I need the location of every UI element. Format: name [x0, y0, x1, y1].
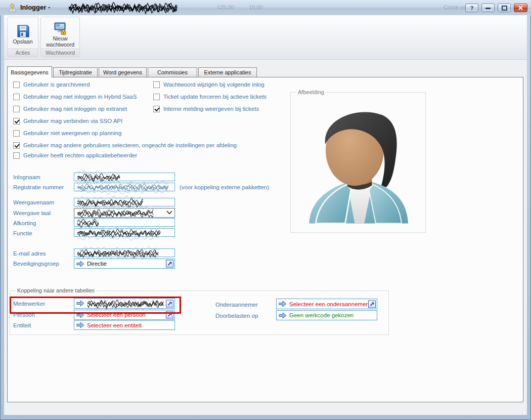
inlognaam-input[interactable] — [74, 173, 175, 181]
lookup-arrow-icon — [279, 312, 287, 319]
registratie-hint: (voor koppeling externe pakketten) — [180, 184, 269, 190]
onderaannemer-field[interactable]: Selecteer een onderaannemer — [276, 299, 377, 309]
checkbox-applicatiebeheerder[interactable] — [13, 152, 20, 159]
new-password-icon — [53, 21, 67, 35]
user-avatar-image — [301, 100, 416, 227]
weergavenaam-label: Weergavenaam — [13, 199, 54, 205]
tab-externe-applicaties[interactable]: Externe applicaties — [198, 67, 257, 77]
open-record-icon — [369, 301, 375, 307]
afkorting-input[interactable] — [74, 218, 175, 227]
help-button[interactable]: ? — [465, 4, 478, 12]
checkbox-label: Gebruiker is gearchiveerd — [23, 81, 90, 88]
checkbox-niet-weergeven-planning[interactable] — [13, 130, 20, 137]
chevron-down-icon — [166, 211, 172, 215]
afbeelding-groupbox: Afbeelding — [290, 92, 426, 233]
lookup-arrow-icon — [76, 322, 84, 328]
checkbox-gearchiveerd[interactable] — [13, 81, 20, 88]
toolbar-group-label: Acties — [8, 49, 38, 57]
checkbox-label: Wachtwoord wijzigen bij volgende inlog — [163, 81, 264, 88]
onderaannemer-label: Onderaannemer — [215, 302, 258, 308]
opslaan-button[interactable]: Opslaan — [8, 19, 38, 49]
close-button[interactable] — [514, 4, 527, 12]
functie-label: Functie — [13, 230, 32, 236]
registratie-nummer-label: Registratie nummer — [13, 184, 64, 190]
registratie-nummer-input[interactable] — [74, 183, 175, 191]
checkbox-interne-melding[interactable] — [153, 106, 160, 112]
open-onderaannemer-button[interactable] — [368, 300, 376, 308]
afkorting-label: Afkorting — [13, 220, 36, 226]
toolbar-group-label: Wachtwoord — [41, 49, 79, 57]
window-title: Inlogger - — [20, 4, 50, 11]
lookup-arrow-icon — [76, 300, 84, 307]
ribbon-toolbar: Opslaan Acties Nieuw wa — [4, 15, 527, 60]
restore-icon — [502, 6, 507, 11]
minimize-icon — [485, 6, 491, 10]
beveiligingsgroep-field[interactable]: Directie — [74, 259, 175, 269]
checkbox-label: Gebruiker mag andere gebruikers selecter… — [23, 142, 237, 148]
checkbox-niet-inloggen-hybrid[interactable] — [13, 94, 20, 100]
background-ghost-text: 125,00 — [217, 4, 234, 10]
inlogger-window: Inlogger - Programmeur 125,00 15,00 Corn… — [0, 0, 531, 420]
tab-tijdregistratie[interactable]: Tijdregistratie — [53, 67, 98, 77]
beveiligingsgroep-label: Beveiligingsgroep — [13, 261, 59, 267]
titlebar[interactable]: Inlogger - Programmeur 125,00 15,00 Corn… — [0, 0, 531, 15]
doorbelasten-field[interactable]: Geen werkcode gekozen — [276, 310, 377, 320]
toolbar-group-wachtwoord: Nieuw wachtwoord Wachtwoord — [40, 17, 80, 57]
save-floppy-icon — [16, 24, 30, 38]
toolbar-group-acties: Opslaan Acties — [7, 17, 38, 57]
minimize-button[interactable] — [481, 4, 495, 12]
lookup-arrow-icon — [76, 312, 84, 318]
open-beveiligingsgroep-button[interactable] — [166, 260, 173, 268]
background-ghost-text: Programmeur — [144, 4, 178, 10]
email-input[interactable] — [74, 248, 175, 257]
open-record-icon — [167, 261, 172, 267]
functie-input[interactable] — [74, 228, 175, 237]
lookup-arrow-icon — [279, 301, 287, 307]
open-record-icon — [167, 301, 172, 306]
checkbox-label: Gebruiker mag niet inloggen op extranet — [23, 106, 127, 112]
inlognaam-label: Inlognaam — [13, 174, 40, 180]
lookup-arrow-icon — [76, 261, 84, 267]
weergavenaam-input[interactable] — [74, 198, 175, 206]
nieuw-wachtwoord-button[interactable]: Nieuw wachtwoord — [41, 19, 79, 49]
tab-basisgegevens[interactable]: Basisgegevens — [7, 66, 52, 77]
app-person-icon — [8, 3, 17, 12]
persoon-label: Persoon — [13, 312, 35, 318]
afbeelding-legend: Afbeelding — [296, 89, 326, 95]
checkbox-niet-inloggen-extranet[interactable] — [13, 106, 20, 112]
checkbox-label: Gebruiker heeft rechten applicatiebeheer… — [23, 152, 137, 158]
tab-content-basisgegevens: Gebruiker is gearchiveerd Gebruiker mag … — [7, 77, 523, 402]
background-ghost-text: Corne va — [444, 4, 466, 10]
checkbox-andere-gebruikers[interactable] — [13, 142, 20, 149]
checkbox-wachtwoord-wijzigen[interactable] — [153, 81, 160, 88]
checkbox-ticket-update[interactable] — [153, 94, 160, 100]
entiteit-label: Entiteit — [13, 322, 31, 328]
checkbox-sso-api[interactable] — [13, 118, 20, 124]
tab-commissies[interactable]: Commissies — [148, 67, 197, 77]
koppeling-legend: Koppeling naar andere tabellen — [15, 287, 97, 293]
checkbox-label: Gebruiker niet weergeven op planning — [23, 130, 121, 136]
checkbox-label: Gebruiker mag niet inloggen in Hybrid Sa… — [23, 94, 137, 100]
email-label: E-mail adres — [13, 250, 46, 257]
checkbox-label: Gebruiker mag verbinden via SSO API — [23, 118, 122, 124]
weergave-taal-label: Weergave taal — [13, 210, 51, 216]
open-record-icon — [167, 312, 172, 318]
background-ghost-text: 15,00 — [249, 4, 263, 10]
checkbox-label: Interne melding weergeven bij tickets — [163, 106, 259, 112]
restore-button[interactable] — [498, 4, 511, 12]
open-medewerker-button[interactable] — [166, 300, 173, 307]
window-body: Opslaan Acties Nieuw wa — [4, 15, 527, 415]
entiteit-field[interactable]: Selecteer een entiteit — [74, 320, 175, 330]
medewerker-field[interactable] — [74, 298, 175, 309]
tab-word-gegevens[interactable]: Word gegevens — [99, 67, 147, 77]
persoon-field[interactable]: Selecteer een persoon — [74, 310, 175, 320]
open-persoon-button[interactable] — [166, 311, 173, 319]
checkbox-label: Ticket update forceren bij actieve ticke… — [163, 94, 267, 100]
doorbelasten-label: Doorbelasten op — [215, 313, 258, 319]
close-icon — [518, 6, 523, 10]
medewerker-label: Medewerker — [13, 301, 45, 307]
weergave-taal-select[interactable] — [74, 208, 175, 218]
